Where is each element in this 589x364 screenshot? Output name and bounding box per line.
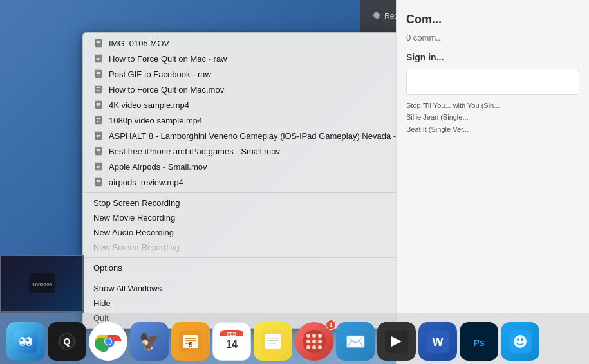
finder-icon[interactable] — [6, 322, 45, 361]
svg-rect-91 — [519, 336, 521, 339]
launchpad-icon[interactable]: 1 — [295, 322, 333, 361]
video-thumbnail: 1660208 — [0, 255, 84, 313]
svg-point-73 — [312, 334, 316, 338]
song-3: Beat It (Single Ver... — [406, 125, 579, 134]
svg-rect-29 — [97, 149, 100, 150]
svg-point-80 — [318, 345, 322, 349]
svg-rect-31 — [97, 152, 99, 152]
svg-point-76 — [312, 340, 316, 343]
svg-rect-10 — [97, 73, 100, 74]
svg-rect-1 — [97, 41, 100, 42]
svg-rect-23 — [97, 121, 99, 122]
svg-point-54 — [105, 338, 111, 345]
file8-label: Best free iPhone and iPad games - Small.… — [109, 147, 280, 156]
comment-count: 0 comm... — [406, 33, 579, 42]
gear-icon-1 — [372, 12, 381, 21]
svg-rect-67 — [265, 334, 281, 349]
svg-text:1660208: 1660208 — [32, 282, 53, 287]
calendar-icon[interactable]: FEB 14 — [212, 322, 251, 361]
svg-rect-57 — [185, 338, 196, 339]
svg-rect-35 — [97, 167, 99, 168]
signin-input[interactable] — [406, 69, 579, 95]
photoshop-icon[interactable]: Ps — [460, 322, 498, 361]
right-panel-content: Com... 0 comm... Sign in... Stop 'Til Yo… — [397, 0, 589, 149]
svg-point-77 — [318, 340, 322, 343]
video-thumb-content: 1660208 — [29, 273, 55, 294]
file-icon-9 — [93, 161, 104, 172]
file1-label: IMG_0105.MOV — [109, 39, 169, 48]
new-screen-label: New Screen Recording — [93, 242, 180, 252]
svg-rect-22 — [97, 120, 100, 120]
quicktime-icon[interactable]: Q — [48, 322, 86, 361]
show-all-label: Show All Windows — [93, 284, 162, 293]
svg-text:Ps: Ps — [473, 338, 484, 348]
file3-label: Post GIF to Facebook - raw — [109, 69, 211, 79]
hide-label: Hide — [93, 298, 111, 308]
svg-point-74 — [318, 334, 322, 338]
svg-text:Q: Q — [64, 336, 71, 347]
file9-label: Apple Airpods - Small.mov — [109, 162, 207, 172]
svg-rect-6 — [97, 58, 100, 59]
rightbar-icon[interactable] — [377, 322, 416, 361]
svg-rect-2 — [97, 42, 100, 43]
airmail-icon[interactable]: ✉️ — [336, 322, 375, 361]
file-icon-8 — [93, 146, 104, 156]
song-2: Billie Jean (Single... — [406, 113, 579, 122]
svg-rect-9 — [97, 72, 100, 73]
file4-label: How to Force Quit on Mac.mov — [109, 85, 224, 95]
svg-text:14: 14 — [226, 339, 238, 350]
svg-rect-26 — [97, 135, 100, 136]
file-icon-10 — [93, 177, 104, 187]
svg-rect-7 — [97, 59, 99, 60]
svg-rect-14 — [97, 89, 100, 89]
svg-point-45 — [20, 339, 23, 341]
svg-rect-27 — [97, 136, 99, 137]
svg-rect-30 — [97, 150, 100, 151]
svg-rect-69 — [267, 340, 279, 341]
sign-in-label: Sign in... — [406, 52, 579, 62]
word-icon[interactable]: W — [418, 322, 457, 361]
file-icon-3 — [93, 69, 104, 79]
svg-rect-33 — [97, 165, 100, 165]
file-icon-5 — [93, 100, 104, 110]
svg-point-78 — [306, 345, 310, 349]
right-panel: Com... 0 comm... Sign in... Stop 'Til Yo… — [396, 0, 589, 364]
song-1: Stop 'Til You... with You (Sin... — [406, 101, 579, 111]
svg-text:FEB: FEB — [227, 332, 236, 336]
file-icon-2 — [93, 53, 104, 64]
svg-point-90 — [521, 338, 523, 341]
svg-rect-25 — [97, 134, 100, 134]
svg-rect-34 — [97, 166, 100, 167]
dock: Q 🦅 S FE — [0, 313, 589, 364]
file6-label: 1080p video sample.mp4 — [109, 116, 202, 125]
file2-label: How to Force Quit on Mac - raw — [109, 54, 227, 64]
options-label: Options — [93, 263, 122, 273]
file10-label: airpods_review.mp4 — [109, 177, 183, 187]
file5-label: 4K video sample.mp4 — [109, 100, 189, 110]
svg-text:W: W — [433, 336, 444, 349]
svg-rect-38 — [97, 181, 100, 182]
svg-rect-15 — [97, 90, 99, 91]
svg-rect-11 — [97, 75, 99, 75]
svg-point-72 — [306, 334, 310, 338]
file-icon-6 — [93, 115, 104, 125]
svg-point-46 — [26, 339, 29, 341]
file-icon-7 — [93, 131, 104, 141]
elytra-icon[interactable]: 🦅 — [130, 322, 169, 361]
chrome-icon[interactable] — [89, 322, 127, 361]
stop-recording-label: Stop Screen Recording — [93, 198, 180, 208]
svg-point-75 — [306, 340, 310, 343]
tweetbot-icon[interactable] — [501, 322, 539, 361]
notes-icon[interactable] — [254, 322, 292, 361]
new-movie-label: New Movie Recording — [93, 213, 175, 223]
slides-icon[interactable]: S — [171, 322, 210, 361]
svg-rect-18 — [97, 104, 100, 105]
new-audio-label: New Audio Recording — [93, 228, 174, 237]
svg-point-89 — [517, 338, 519, 341]
svg-rect-3 — [97, 44, 99, 44]
svg-rect-5 — [97, 57, 100, 57]
right-panel-title: Com... — [406, 13, 579, 26]
launchpad-badge: 1 — [326, 320, 336, 330]
svg-text:S: S — [189, 341, 193, 349]
svg-rect-70 — [267, 343, 276, 344]
